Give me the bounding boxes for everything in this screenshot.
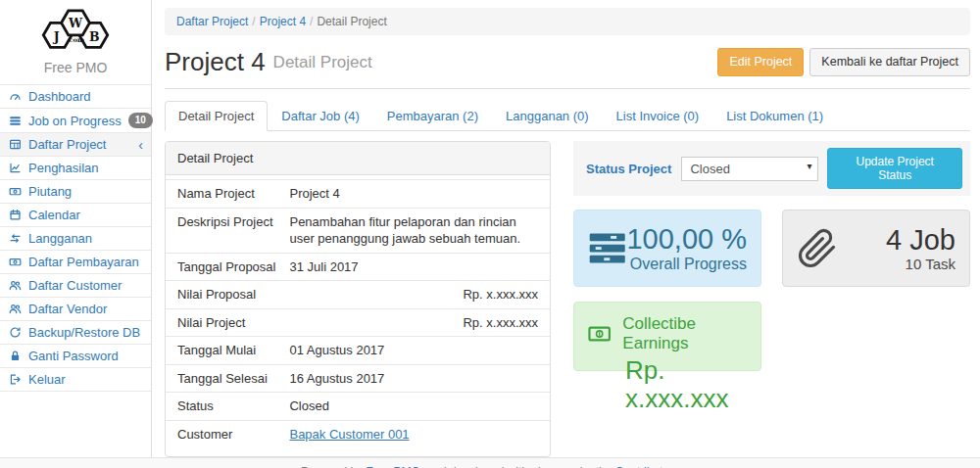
svg-text:B: B — [89, 29, 100, 44]
refresh-icon — [9, 326, 22, 339]
stat-boxes: 100,00 % Overall Progress 4 Job 10 Task — [573, 210, 970, 371]
sidebar-item-label: Piutang — [28, 184, 72, 199]
tab-langganan[interactable]: Langganan (0) — [492, 101, 603, 131]
row-label: Deskripsi Project — [166, 208, 277, 253]
tab-list-dokumen[interactable]: List Dokumen (1) — [712, 101, 837, 131]
sidebar-item-label: Penghasilan — [28, 161, 99, 175]
task-count-label: 10 Task — [886, 256, 956, 272]
header-buttons: Edit Project Kembali ke daftar Project — [717, 48, 970, 76]
progress-value: 100,00 % — [626, 223, 747, 255]
money-icon — [9, 256, 22, 268]
sidebar-item-penghasilan[interactable]: Penghasilan — [0, 157, 151, 180]
sidebar-item-daftar-customer[interactable]: Daftar Customer — [0, 274, 151, 298]
row-value: 01 Agustus 2017 — [277, 337, 550, 365]
tab-bar: Detail Project Daftar Job (4) Pembayaran… — [165, 101, 970, 131]
table-row: Nama Project Project 4 — [166, 180, 550, 209]
update-project-status-button[interactable]: Update Project Status — [827, 148, 962, 189]
tab-daftar-job[interactable]: Daftar Job (4) — [268, 101, 372, 131]
main-content: Daftar Project/Project 4/Detail Project … — [152, 0, 980, 457]
status-select-wrap: Closed — [681, 157, 818, 181]
sidebar-item-piutang[interactable]: Piutang — [0, 180, 151, 204]
gauge-icon — [9, 90, 22, 103]
sidebar-item-label: Backup/Restore DB — [28, 325, 140, 340]
status-project-label: Status Project — [586, 162, 671, 176]
money-bill-icon — [588, 324, 611, 345]
breadcrumb-link-project-4[interactable]: Project 4 — [260, 15, 306, 28]
row-label: Tanggal Selesai — [166, 364, 277, 393]
sidebar-item-label: Dashboard — [28, 89, 91, 104]
tab-detail-project[interactable]: Detail Project — [165, 101, 268, 131]
jwb-logo-icon: W J B .com — [26, 7, 124, 56]
sidebar-item-label: Langganan — [28, 231, 92, 246]
table-row: Nilai Project Rp. x.xxx.xxx — [166, 308, 550, 337]
table-row: Nilai Proposal Rp. x.xxx.xxx — [166, 281, 550, 309]
tab-content: Detail Project Nama Project Project 4 De… — [165, 131, 970, 457]
table-row: Tanggal Selesai 16 Agustus 2017 — [166, 364, 550, 393]
table-icon — [9, 138, 22, 151]
sidebar-item-daftar-vendor[interactable]: Daftar Vendor — [0, 298, 151, 321]
lock-icon — [9, 350, 22, 362]
sidebar-item-calendar[interactable]: Calendar — [0, 204, 151, 227]
sidebar-item-daftar-project[interactable]: Daftar Project ‹ — [0, 133, 151, 157]
row-label: Nama Project — [166, 180, 277, 209]
row-label: Customer — [166, 420, 277, 447]
job-count-value: 4 Job — [886, 224, 956, 256]
sidebar-item-daftar-pembayaran[interactable]: Daftar Pembayaran — [0, 251, 151, 274]
sidebar-item-label: Calendar — [28, 208, 80, 222]
money-icon — [9, 185, 22, 198]
status-project-select[interactable]: Closed — [681, 157, 818, 181]
progress-label: Overall Progress — [626, 256, 747, 273]
row-label: Tanggal Proposal — [166, 253, 277, 281]
svg-text:W: W — [68, 16, 83, 30]
svg-text:.com: .com — [67, 36, 84, 44]
sidebar-item-label: Daftar Pembayaran — [28, 255, 139, 269]
row-label: Status — [166, 393, 277, 421]
sidebar-menu: Dashboard Job on Progress 10 Daftar Proj… — [0, 84, 151, 392]
breadcrumb: Daftar Project/Project 4/Detail Project — [165, 8, 970, 35]
row-label: Nilai Proposal — [166, 281, 277, 309]
breadcrumb-separator: / — [248, 15, 259, 28]
job-count-box: 4 Job 10 Task — [782, 210, 970, 287]
sidebar-item-backup-restore-db[interactable]: Backup/Restore DB — [0, 321, 151, 345]
sidebar-item-label: Job on Progress — [28, 114, 122, 128]
panel-body: Nama Project Project 4 Deskripsi Project… — [166, 175, 550, 456]
users-icon — [9, 279, 22, 292]
table-row: Status Closed — [166, 393, 550, 421]
table-row: Tanggal Proposal 31 Juli 2017 — [166, 253, 550, 281]
sidebar-item-ganti-password[interactable]: Ganti Password — [0, 345, 151, 368]
sidebar-item-label: Daftar Project — [28, 137, 106, 152]
sidebar-item-keluar[interactable]: Keluar — [0, 368, 151, 392]
table-row: Customer Bapak Customer 001 — [166, 420, 550, 447]
row-label: Nilai Project — [166, 308, 277, 337]
row-value: Rp. x.xxx.xxx — [277, 308, 550, 337]
row-label: Tanggal Mulai — [166, 337, 277, 365]
customer-link[interactable]: Bapak Customer 001 — [289, 427, 409, 442]
sidebar-item-dashboard[interactable]: Dashboard — [0, 85, 151, 109]
breadcrumb-separator: / — [306, 15, 317, 28]
breadcrumb-current: Detail Project — [317, 15, 386, 28]
detail-column: Detail Project Nama Project Project 4 De… — [165, 141, 551, 457]
row-value: 31 Juli 2017 — [277, 253, 550, 281]
sidebar-item-job-on-progress[interactable]: Job on Progress 10 — [0, 109, 151, 133]
chevron-left-icon: ‹ — [138, 138, 143, 152]
line-chart-icon — [9, 162, 22, 174]
edit-project-button[interactable]: Edit Project — [717, 48, 804, 76]
sidebar-item-label: Keluar — [28, 372, 66, 387]
tab-list-invoice[interactable]: List Invoice (0) — [603, 101, 713, 131]
table-row: Tanggal Mulai 01 Agustus 2017 — [166, 337, 550, 365]
status-project-bar: Status Project Closed Update Project Sta… — [573, 141, 970, 196]
sidebar: W J B .com Free PMO Dashboard Job on Pro… — [0, 0, 152, 457]
detail-table: Nama Project Project 4 Deskripsi Project… — [166, 179, 550, 447]
sidebar-item-label: Ganti Password — [28, 349, 119, 363]
sign-out-icon — [9, 373, 22, 386]
list-icon — [9, 115, 22, 127]
sidebar-item-langganan[interactable]: Langganan — [0, 227, 151, 251]
row-value: Closed — [277, 393, 550, 421]
tab-pembayaran[interactable]: Pembayaran (2) — [373, 101, 492, 131]
page-subtitle: Detail Project — [273, 53, 372, 72]
sidebar-item-label: Daftar Vendor — [28, 302, 107, 316]
back-to-project-list-button[interactable]: Kembali ke daftar Project — [809, 48, 970, 76]
row-value: Rp. x.xxx.xxx — [277, 281, 550, 309]
page-footer: Powered by Free PMO, and developed with … — [0, 457, 980, 468]
breadcrumb-link-daftar-project[interactable]: Daftar Project — [176, 15, 248, 28]
